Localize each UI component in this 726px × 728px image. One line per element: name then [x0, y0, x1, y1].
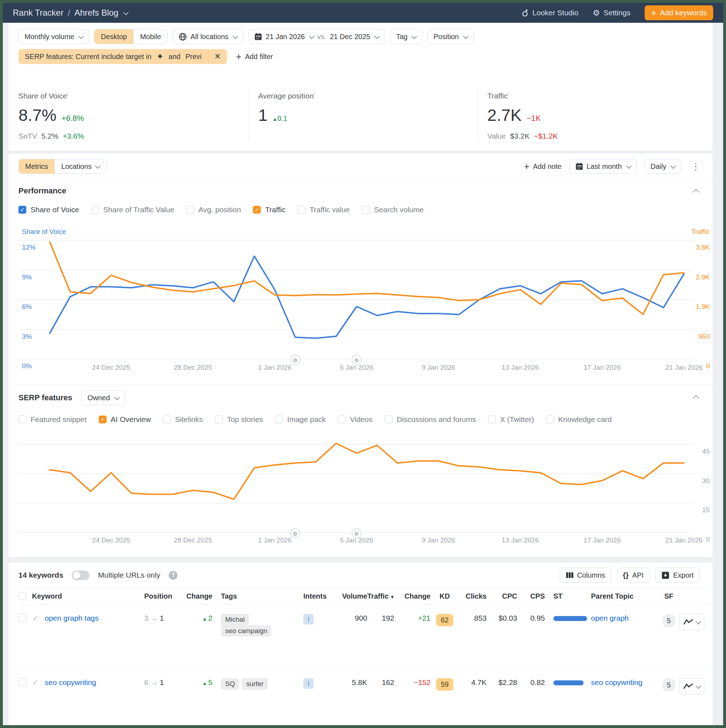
serp-checkbox-knowledge-card[interactable]: Knowledge card [546, 415, 612, 424]
column-header-cps[interactable]: CPS [517, 592, 545, 600]
serp-chip-and: and [169, 53, 180, 61]
add-keywords-button[interactable]: + Add keywords [645, 5, 713, 20]
tag-pill-surfer[interactable]: surfer [242, 678, 268, 690]
date-compare[interactable]: 21 Dec 2025 [330, 33, 370, 41]
checkbox[interactable]: ✓ [18, 206, 26, 214]
serp-checkbox-featured-snippet[interactable]: Featured snippet [18, 415, 87, 424]
intent-badge[interactable]: I [304, 614, 314, 624]
position-dropdown[interactable]: Position [427, 29, 473, 44]
column-header-sf[interactable]: SF [659, 592, 679, 600]
date-current[interactable]: 21 Jan 2026 [266, 33, 305, 41]
tag-pill-seo-campaign[interactable]: seo campaign [221, 625, 271, 637]
serp-checkbox-image-pack[interactable]: Image pack [275, 415, 326, 424]
serp-features-filter-chip[interactable]: SERP features: Current include target in… [18, 49, 227, 64]
serp-checkbox-ai-overview[interactable]: ✓AI Overview [99, 415, 151, 424]
parent-topic-link[interactable]: open graph [591, 614, 629, 622]
breadcrumb-app[interactable]: Rank Tracker [13, 8, 64, 18]
tag-dropdown[interactable]: Tag [390, 29, 422, 44]
cell-select [18, 668, 32, 686]
checkbox[interactable] [546, 416, 554, 424]
column-header-change[interactable]: Change [177, 592, 212, 600]
performance-chart[interactable]: 12%9%6%3%0%Share of Voice3.8K2.9K1.9K950… [18, 226, 711, 375]
keyword-trend-button[interactable] [679, 614, 704, 630]
chevron-down-icon[interactable] [123, 9, 129, 15]
checkbox[interactable]: ✓ [253, 206, 261, 214]
columns-button[interactable]: Columns [560, 568, 611, 583]
checkbox[interactable] [163, 416, 171, 424]
column-header-position[interactable]: Position [144, 592, 177, 600]
checkbox[interactable] [215, 416, 223, 424]
column-header-parent-topic[interactable]: Parent Topic [587, 592, 659, 600]
metric-checkbox-traffic-value[interactable]: Traffic value [297, 205, 350, 214]
volume-dropdown[interactable]: Monthly volume [18, 29, 89, 44]
add-note-button[interactable]: +Add note [524, 162, 561, 171]
checkbox[interactable] [18, 416, 26, 424]
serp-checkbox-x-twitter[interactable]: X (Twitter) [488, 415, 534, 424]
date-range-compare-control[interactable]: 21 Jan 2026 vs. 21 Dec 2025 [248, 29, 385, 44]
keyword-trend-button[interactable] [679, 678, 704, 694]
keyword-link[interactable]: open graph tags [45, 614, 99, 622]
serp-checkbox-videos[interactable]: Videos [338, 415, 372, 424]
info-icon[interactable]: i [508, 91, 509, 97]
looker-studio-button[interactable]: Looker Studio [522, 9, 579, 17]
column-header-keyword[interactable]: Keyword [32, 592, 144, 600]
column-header-volume[interactable]: Volume [333, 592, 367, 600]
serp-checkbox-sitelinks[interactable]: Sitelinks [163, 415, 203, 424]
metric-checkbox-search-volume[interactable]: Search volume [362, 205, 424, 214]
metric-checkbox-share-of-traffic-value[interactable]: Share of Traffic Value [91, 205, 174, 214]
collapse-chevron-icon[interactable] [692, 395, 699, 401]
checkbox[interactable] [488, 416, 496, 424]
checkbox[interactable] [385, 416, 392, 424]
checkbox[interactable] [362, 206, 370, 214]
metric-checkbox-traffic[interactable]: ✓Traffic [253, 205, 285, 214]
add-filter-button[interactable]: + Add filter [236, 52, 273, 61]
intent-badge[interactable]: I [304, 678, 314, 689]
multiple-urls-toggle[interactable] [72, 570, 90, 580]
info-icon[interactable]: i [67, 91, 68, 97]
tag-pill-michal[interactable]: Michal [221, 614, 249, 625]
parent-topic-link[interactable]: seo copywriting [591, 678, 642, 687]
device-option-desktop[interactable]: Desktop [95, 29, 133, 44]
column-header-change[interactable]: Change [394, 592, 430, 600]
serp-checkbox-discussions-and-forums[interactable]: Discussions and forums [385, 415, 476, 424]
api-button[interactable]: {} API [617, 568, 650, 583]
row-checkbox[interactable] [18, 678, 26, 686]
row-checkbox[interactable] [18, 614, 26, 622]
settings-button[interactable]: ⚙ Settings [592, 8, 630, 18]
breadcrumb-project[interactable]: Ahrefs Blog [74, 8, 118, 18]
checkbox[interactable]: ✓ [99, 416, 107, 424]
serp-checkbox-top-stories[interactable]: Top stories [215, 415, 263, 424]
checkbox[interactable] [338, 416, 346, 424]
collapse-chevron-icon[interactable] [692, 189, 699, 195]
serp-features-chart[interactable]: 453015024 Dec 202528 Dec 20251 Jan 20265… [18, 442, 711, 548]
tag-pill-sq[interactable]: SQ [221, 678, 239, 690]
close-icon[interactable]: ✕ [208, 49, 227, 64]
checkbox[interactable] [91, 206, 99, 214]
device-option-mobile[interactable]: Mobile [133, 29, 167, 44]
info-icon[interactable]: i [314, 91, 315, 97]
column-header-cpc[interactable]: CPC [487, 592, 517, 600]
tab-metrics[interactable]: Metrics [19, 159, 54, 173]
metric-checkbox-share-of-voice[interactable]: ✓Share of Voice [18, 205, 79, 214]
locations-dropdown[interactable]: All locations [172, 29, 243, 44]
column-header-traffic[interactable]: Traffic▼ [367, 592, 394, 600]
checkbox[interactable] [297, 206, 305, 214]
checkbox[interactable] [275, 416, 283, 424]
select-all-checkbox[interactable] [18, 592, 26, 600]
column-header-kd[interactable]: KD [430, 592, 459, 600]
metric-checkbox-avg-position[interactable]: Avg. position [186, 205, 241, 214]
checkbox[interactable] [186, 206, 194, 214]
help-icon[interactable]: ? [169, 571, 178, 580]
tab-locations[interactable]: Locations [54, 159, 106, 173]
column-header-intents[interactable]: Intents [297, 592, 333, 600]
owned-dropdown[interactable]: Owned [81, 390, 125, 405]
column-header-clicks[interactable]: Clicks [459, 592, 487, 600]
column-header-st[interactable]: ST [545, 592, 587, 600]
granularity-dropdown[interactable]: Daily [645, 159, 681, 174]
date-range-dropdown[interactable]: Last month [569, 159, 637, 174]
more-options-icon[interactable]: ⋮ [689, 161, 703, 172]
chevron-down-icon [374, 34, 380, 39]
column-header-tags[interactable]: Tags [212, 592, 297, 600]
keyword-link[interactable]: seo copywriting [45, 678, 96, 687]
export-button[interactable]: Export [655, 568, 700, 583]
